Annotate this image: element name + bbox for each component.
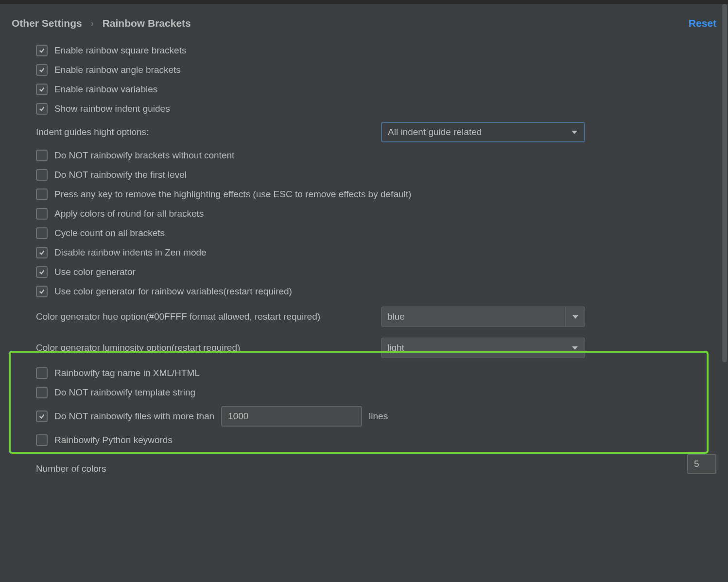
checkbox-big-files[interactable] — [36, 411, 48, 422]
option-indent-guides-hight: Indent guides hight options: All indent … — [12, 119, 716, 146]
label-use-color-gen-vars: Use color generator for rainbow variable… — [54, 286, 292, 297]
option-show-indent-guides: Show rainbow indent guides — [12, 99, 716, 119]
input-num-colors[interactable]: 5 — [687, 454, 716, 474]
option-hue: Color generator hue option(#00FFFF forma… — [12, 301, 716, 332]
dropdown-luminosity[interactable]: light — [381, 338, 585, 358]
check-icon — [38, 413, 45, 420]
scrollbar-thumb[interactable] — [722, 4, 727, 362]
label-enable-square: Enable rainbow square brackets — [54, 45, 186, 56]
label-big-files: Do NOT rainbowify files with more than — [54, 411, 214, 422]
chevron-right-icon: › — [91, 18, 94, 29]
caret-down-icon — [572, 346, 578, 350]
dropdown-button-icon — [565, 122, 584, 142]
option-cycle-count: Cycle count on all brackets — [12, 223, 716, 243]
checkbox-no-rainbow-first[interactable] — [36, 169, 48, 181]
option-luminosity: Color generator luminosity option(restar… — [12, 332, 716, 363]
label-num-colors: Number of colors — [36, 463, 680, 474]
option-no-rainbow-empty: Do NOT rainbowify brackets without conte… — [12, 146, 716, 165]
breadcrumb-parent[interactable]: Other Settings — [12, 17, 82, 29]
breadcrumb-current: Rainbow Brackets — [103, 17, 191, 29]
dropdown-button-icon — [565, 338, 585, 358]
input-big-files-value: 1000 — [228, 411, 248, 422]
check-icon — [38, 67, 45, 73]
option-rainbow-xml: Rainbowify tag name in XML/HTML — [12, 363, 716, 383]
input-big-files-lines[interactable]: 1000 — [221, 406, 362, 427]
option-use-color-gen-vars: Use color generator for rainbow variable… — [12, 282, 716, 301]
option-apply-round-colors: Apply colors of round for all brackets — [12, 204, 716, 223]
label-big-files-suffix: lines — [369, 411, 388, 422]
reset-button[interactable]: Reset — [689, 17, 716, 29]
option-enable-square: Enable rainbow square brackets — [12, 41, 716, 60]
check-icon — [38, 249, 45, 256]
scrollbar[interactable] — [721, 4, 728, 582]
option-num-colors: Number of colors 5 — [12, 450, 716, 477]
checkbox-enable-square[interactable] — [36, 45, 48, 56]
checkbox-enable-angle[interactable] — [36, 64, 48, 76]
checkbox-no-rainbow-empty[interactable] — [36, 150, 48, 161]
label-disable-zen: Disable rainbow indents in Zen mode — [54, 247, 207, 258]
input-num-colors-value: 5 — [694, 459, 699, 469]
check-icon — [38, 269, 45, 275]
caret-down-icon — [572, 131, 577, 134]
option-press-esc: Press any key to remove the highlighting… — [12, 185, 716, 204]
option-python-keywords: Rainbowify Python keywords — [12, 430, 716, 450]
option-big-files: Do NOT rainbowify files with more than 1… — [12, 402, 716, 430]
label-hue: Color generator hue option(#00FFFF forma… — [36, 311, 320, 322]
checkbox-use-color-gen[interactable] — [36, 266, 48, 278]
checkbox-press-esc[interactable] — [36, 188, 48, 200]
checkbox-cycle-count[interactable] — [36, 227, 48, 239]
label-show-indent-guides: Show rainbow indent guides — [54, 103, 170, 114]
label-python-keywords: Rainbowify Python keywords — [54, 435, 173, 445]
checkbox-python-keywords[interactable] — [36, 434, 48, 446]
option-enable-variables: Enable rainbow variables — [12, 80, 716, 99]
dropdown-indent-guides-value: All indent guide related — [388, 127, 482, 137]
check-icon — [38, 105, 45, 112]
dropdown-button-icon — [565, 307, 585, 326]
dropdown-indent-guides[interactable]: All indent guide related — [381, 122, 585, 142]
caret-down-icon — [572, 315, 578, 319]
option-no-rainbow-first: Do NOT rainbowify the first level — [12, 165, 716, 185]
label-enable-angle: Enable rainbow angle brackets — [54, 65, 181, 75]
label-cycle-count: Cycle count on all brackets — [54, 228, 165, 239]
check-icon — [38, 288, 45, 295]
dropdown-hue-value: blue — [387, 311, 405, 322]
dropdown-hue[interactable]: blue — [381, 307, 585, 327]
option-disable-zen: Disable rainbow indents in Zen mode — [12, 243, 716, 262]
label-use-color-gen: Use color generator — [54, 267, 136, 277]
option-no-template-string: Do NOT rainbowify template string — [12, 383, 716, 402]
label-luminosity: Color generator luminosity option(restar… — [36, 342, 240, 353]
label-apply-round-colors: Apply colors of round for all brackets — [54, 208, 204, 219]
label-press-esc: Press any key to remove the highlighting… — [54, 189, 411, 200]
label-no-template-string: Do NOT rainbowify template string — [54, 387, 195, 398]
breadcrumb: Other Settings › Rainbow Brackets Reset — [0, 4, 728, 32]
window-topbar — [0, 0, 728, 4]
checkbox-rainbow-xml[interactable] — [36, 367, 48, 379]
option-use-color-gen: Use color generator — [12, 262, 716, 282]
check-icon — [38, 86, 45, 93]
check-icon — [38, 47, 45, 54]
checkbox-apply-round-colors[interactable] — [36, 208, 48, 220]
label-indent-guides-hight: Indent guides hight options: — [36, 127, 374, 137]
checkbox-disable-zen[interactable] — [36, 247, 48, 258]
option-enable-angle: Enable rainbow angle brackets — [12, 60, 716, 80]
label-enable-variables: Enable rainbow variables — [54, 84, 157, 95]
dropdown-luminosity-value: light — [387, 342, 404, 353]
settings-panel: Enable rainbow square brackets Enable ra… — [0, 32, 728, 477]
label-no-rainbow-first: Do NOT rainbowify the first level — [54, 170, 187, 180]
label-rainbow-xml: Rainbowify tag name in XML/HTML — [54, 368, 200, 378]
label-no-rainbow-empty: Do NOT rainbowify brackets without conte… — [54, 150, 234, 161]
checkbox-enable-variables[interactable] — [36, 84, 48, 95]
checkbox-use-color-gen-vars[interactable] — [36, 286, 48, 297]
checkbox-show-indent-guides[interactable] — [36, 103, 48, 115]
checkbox-no-template-string[interactable] — [36, 387, 48, 398]
